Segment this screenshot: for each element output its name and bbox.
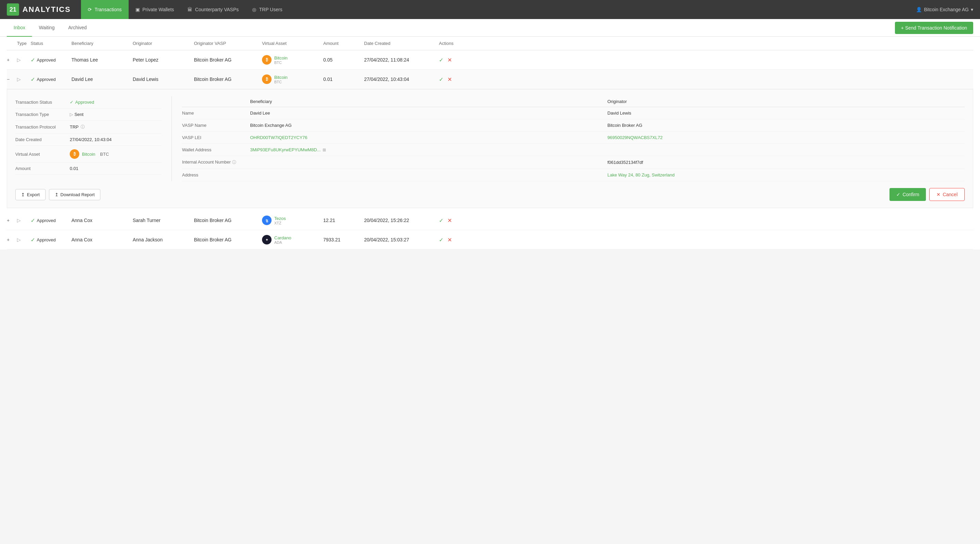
asset-ticker: BTC [274, 80, 288, 84]
export-button[interactable]: ↥ Export [15, 189, 46, 200]
virtual-asset-cell: ₿ Bitcoin BTC [262, 55, 323, 65]
nav-counterparty[interactable]: 🏛 Counterparty VASPs [181, 0, 245, 19]
nav-private-wallets[interactable]: ▣ Private Wallets [129, 0, 181, 19]
xtz-icon: ꜩ [262, 216, 272, 225]
expanded-detail-panel: Transaction Status ✓ Approved Transactio… [7, 89, 973, 208]
confirm-button[interactable]: ✓ Confirm [889, 188, 926, 201]
user-menu[interactable]: 👤 Bitcoin Exchange AG ▾ [916, 7, 973, 12]
top-nav: 21 ANALYTICS ⟳ Transactions ▣ Private Wa… [0, 0, 980, 19]
col-actions: Actions [439, 41, 480, 46]
reject-action[interactable]: ✕ [447, 217, 452, 224]
btc-icon-detail: ₿ [70, 149, 79, 159]
actions-cell: ✓ ✕ [439, 236, 480, 243]
col-amount: Amount [323, 41, 364, 46]
amount: 0.01 [323, 76, 364, 82]
reject-action[interactable]: ✕ [447, 57, 452, 63]
tx-status-row: Transaction Status ✓ Approved [15, 96, 161, 108]
beneficiary-name: Anna Cox [72, 217, 133, 223]
party-details: Beneficiary Originator Name David Lee Da… [172, 96, 965, 181]
approve-action[interactable]: ✓ [439, 236, 443, 243]
nav-trp-users[interactable]: ◎ TRP Users [245, 0, 289, 19]
table-row: + ▷ ✓ Approved Anna Cox Sarah Turner Bit… [7, 211, 973, 230]
transaction-details: Transaction Status ✓ Approved Transactio… [15, 96, 172, 181]
bank-icon: 🏛 [188, 7, 192, 12]
ada-icon: ✦ [262, 235, 272, 244]
actions-cell: ✓ ✕ [439, 76, 480, 82]
vasp-lei-row: VASP LEI OHRD00TW7IQEDT2YCY76 96950029NQ… [182, 132, 965, 144]
expand-icon[interactable]: + [7, 217, 17, 223]
tab-waiting[interactable]: Waiting [32, 19, 61, 37]
table-row: + ▷ ✓ Approved Anna Cox Anna Jackson Bit… [7, 230, 973, 249]
expanded-grid: Transaction Status ✓ Approved Transactio… [15, 96, 965, 181]
name-row: Name David Lee David Lewis [182, 107, 965, 119]
col-status: Status [30, 41, 72, 46]
sent-icon: ▷ [70, 112, 75, 117]
actions-cell: ✓ ✕ [439, 57, 480, 63]
check-circle-icon: ✓ [30, 217, 35, 224]
expand-icon[interactable]: + [7, 237, 17, 243]
originator-name: Anna Jackson [133, 237, 194, 243]
user-icon: 👤 [916, 7, 922, 12]
originator-vasp-name: Bitcoin Broker AG [194, 217, 262, 223]
tx-amount-row: Amount 0.01 [15, 163, 161, 175]
expand-icon[interactable]: − [7, 76, 17, 82]
nav-items: ⟳ Transactions ▣ Private Wallets 🏛 Count… [81, 0, 916, 19]
download-icon: ↥ [55, 192, 59, 197]
export-icon: ↥ [21, 192, 25, 197]
confirm-cancel-actions: ✓ Confirm ✕ Cancel [889, 188, 965, 201]
approve-action[interactable]: ✓ [439, 57, 443, 63]
originator-name: Sarah Turner [133, 217, 194, 223]
type-icon: ▷ [17, 237, 30, 243]
beneficiary-name: Anna Cox [72, 237, 133, 243]
status-badge: ✓ Approved [30, 76, 72, 82]
table-row: − ▷ ✓ Approved David Lee David Lewis Bit… [7, 70, 973, 89]
tx-protocol-label: Transaction Protocol [15, 124, 70, 130]
col-originator-vasp: Originator VASP [194, 41, 262, 46]
tx-date-row: Date Created 27/04/2022, 10:43:04 [15, 133, 161, 146]
vasp-name-label: VASP Name [182, 123, 250, 128]
chevron-down-icon: ▾ [971, 7, 973, 12]
tx-type-row: Transaction Type ▷ Sent [15, 108, 161, 121]
tx-type-label: Transaction Type [15, 112, 70, 117]
export-actions: ↥ Export ↥ Download Report [15, 189, 100, 200]
send-transaction-btn[interactable]: + Send Transaction Notification [895, 22, 973, 34]
amount: 12.21 [323, 217, 364, 223]
originator-vasp: Bitcoin Broker AG [608, 123, 965, 128]
tab-archived[interactable]: Archived [61, 19, 93, 37]
internal-account-row: Internal Account Number ⓘ f061dd352134f7… [182, 156, 965, 169]
reject-action[interactable]: ✕ [447, 76, 452, 82]
name-label: Name [182, 111, 250, 116]
reject-action[interactable]: ✕ [447, 236, 452, 243]
asset-name: Bitcoin BTC [274, 56, 288, 65]
date-created: 27/04/2022, 10:43:04 [364, 76, 439, 82]
check-circle-icon: ✓ [30, 57, 35, 63]
col-expand [7, 41, 17, 46]
cancel-button[interactable]: ✕ Cancel [929, 188, 965, 201]
tx-protocol-value: TRP ⓘ [70, 124, 161, 130]
approve-action[interactable]: ✓ [439, 217, 443, 224]
expanded-actions: ↥ Export ↥ Download Report ✓ Confirm ✕ C… [15, 188, 965, 201]
tab-inbox[interactable]: Inbox [7, 19, 32, 37]
type-icon: ▷ [17, 76, 30, 82]
wallet-row: Wallet Address 3MiP93EFu8UKyrwEPYUMwM8D.… [182, 144, 965, 156]
sub-nav-tabs: Inbox Waiting Archived [7, 19, 94, 37]
asset-name: Bitcoin BTC [274, 75, 288, 84]
tx-date-value: 27/04/2022, 10:43:04 [70, 137, 161, 142]
virtual-asset-cell: ✦ Cardano ADA [262, 235, 323, 244]
date-created: 20/04/2022, 15:26:22 [364, 217, 439, 223]
asset-name-detail: Bitcoin [82, 152, 95, 157]
wallet-label: Wallet Address [182, 147, 250, 152]
user-name: Bitcoin Exchange AG [924, 7, 969, 12]
asset-name: Cardano ADA [274, 235, 291, 244]
check-circle-icon: ✓ [30, 76, 35, 82]
approve-action[interactable]: ✓ [439, 76, 443, 82]
copy-icon[interactable]: ⊞ [323, 147, 326, 152]
status-badge: ✓ Approved [30, 236, 72, 243]
expand-icon[interactable]: + [7, 57, 17, 63]
col-date-created: Date Created [364, 41, 439, 46]
tx-asset-row: Virtual Asset ₿ Bitcoin BTC [15, 146, 161, 163]
download-report-button[interactable]: ↥ Download Report [49, 189, 100, 200]
type-icon: ▷ [17, 217, 30, 223]
beneficiary-lei: OHRD00TW7IQEDT2YCY76 [250, 135, 608, 140]
nav-transactions[interactable]: ⟳ Transactions [81, 0, 129, 19]
